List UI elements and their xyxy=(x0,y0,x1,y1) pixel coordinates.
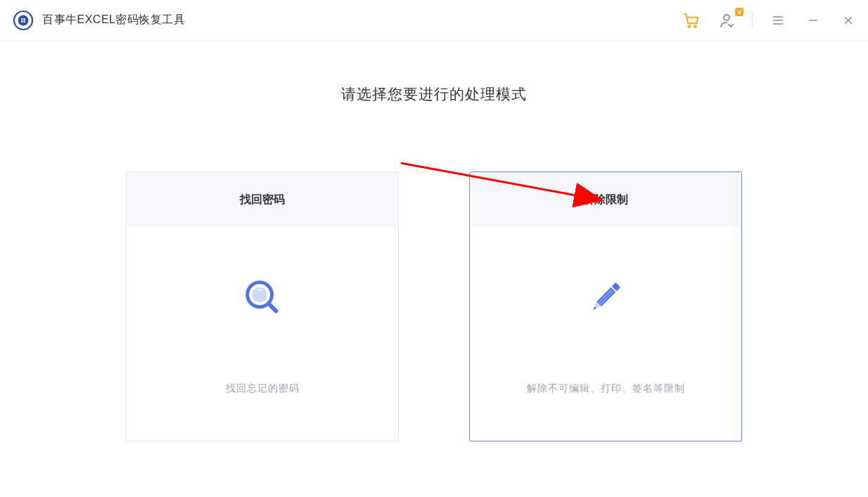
main-content: 请选择您要进行的处理模式 找回密码 找回忘记的密码 解除限制 xyxy=(0,41,868,441)
svg-rect-5 xyxy=(24,20,25,22)
app-title: 百事牛EXCEL密码恢复工具 xyxy=(42,13,185,27)
svg-point-7 xyxy=(694,25,696,27)
svg-rect-2 xyxy=(21,18,23,20)
vip-badge: V xyxy=(735,8,743,16)
svg-rect-19 xyxy=(596,288,615,306)
cart-icon[interactable] xyxy=(682,11,701,30)
svg-point-1 xyxy=(18,15,29,25)
svg-line-17 xyxy=(269,304,276,311)
title-left: 百事牛EXCEL密码恢复工具 xyxy=(13,10,185,31)
menu-icon[interactable] xyxy=(768,11,788,30)
search-icon xyxy=(238,273,287,322)
svg-point-8 xyxy=(724,15,729,20)
card-description: 解除不可编辑、打印、签名等限制 xyxy=(527,382,685,395)
card-body: 找回忘记的密码 xyxy=(127,227,398,441)
mode-card-remove-restriction[interactable]: 解除限制 解除不可编辑、打印、签名等限制 xyxy=(469,172,742,441)
card-title: 解除限制 xyxy=(470,172,741,227)
titlebar: 百事牛EXCEL密码恢复工具 V xyxy=(0,0,868,41)
svg-rect-4 xyxy=(21,20,23,22)
minimize-icon[interactable] xyxy=(803,11,823,30)
card-description: 找回忘记的密码 xyxy=(226,382,300,395)
divider xyxy=(752,12,753,29)
card-title: 找回密码 xyxy=(127,172,398,227)
close-icon[interactable] xyxy=(838,11,858,30)
mode-cards: 找回密码 找回忘记的密码 解除限制 xyxy=(0,172,868,441)
title-right: V xyxy=(682,11,858,30)
page-heading: 请选择您要进行的处理模式 xyxy=(0,84,868,104)
svg-point-6 xyxy=(688,25,690,27)
card-body: 解除不可编辑、打印、签名等限制 xyxy=(470,227,741,441)
svg-rect-3 xyxy=(24,18,25,20)
pencil-icon xyxy=(581,273,630,322)
user-icon[interactable]: V xyxy=(717,11,736,30)
app-logo-icon xyxy=(13,10,34,31)
mode-card-recover-password[interactable]: 找回密码 找回忘记的密码 xyxy=(126,172,399,441)
